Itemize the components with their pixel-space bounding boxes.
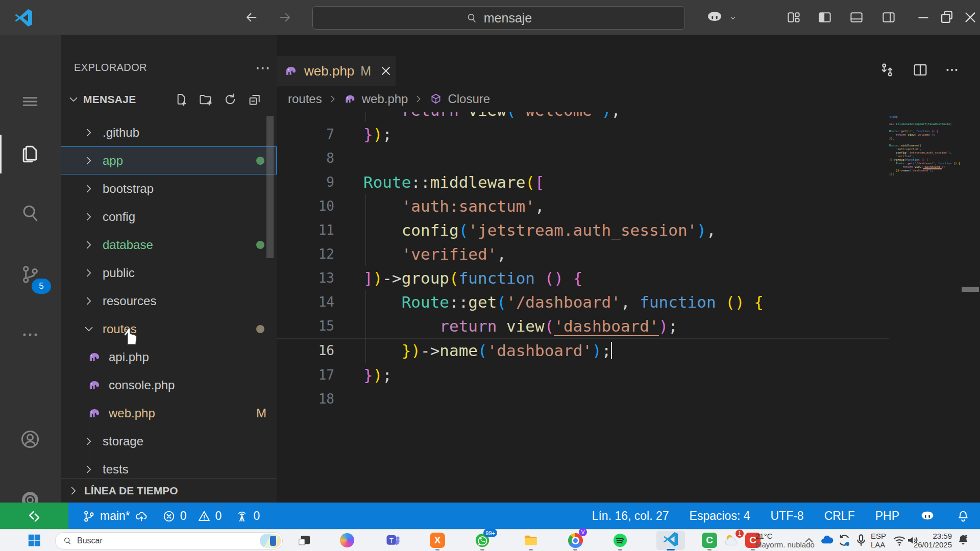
toggle-secondary-sidebar-icon[interactable] bbox=[881, 10, 896, 25]
start-button[interactable] bbox=[26, 532, 43, 549]
problems-status[interactable]: 0 0 bbox=[162, 509, 222, 523]
sidebar-item-console-php[interactable]: console.php bbox=[61, 371, 277, 399]
sidebar-item-public[interactable]: public bbox=[61, 259, 277, 287]
open-changes-icon[interactable] bbox=[878, 61, 896, 79]
nav-back-icon[interactable] bbox=[243, 9, 259, 26]
taskbar-search-placeholder: Buscar bbox=[77, 536, 103, 545]
keyboard-lang-top[interactable]: ESP bbox=[871, 532, 886, 540]
window-close-icon[interactable] bbox=[959, 9, 980, 26]
sidebar-item--github[interactable]: .github bbox=[61, 118, 277, 146]
window-minimize-icon[interactable] bbox=[912, 9, 935, 26]
breadcrumb-symbol[interactable]: Closure bbox=[448, 92, 490, 106]
item-label: console.php bbox=[109, 378, 175, 392]
sidebar-item-app[interactable]: app bbox=[61, 146, 277, 174]
notifications-bell-icon[interactable] bbox=[955, 509, 971, 524]
status-bar: main* 0 0 0 Lín. 16, col. 27 Espacios: 4… bbox=[0, 503, 980, 530]
sidebar-item-database[interactable]: database bbox=[61, 231, 277, 259]
menu-icon[interactable] bbox=[16, 87, 44, 116]
code-editor[interactable]: return view('welcome'); 7});89Route::mid… bbox=[277, 112, 889, 503]
running-indicator bbox=[751, 549, 755, 550]
tab-web-php[interactable]: web.php M bbox=[277, 56, 396, 86]
chevron-right-icon bbox=[82, 182, 95, 195]
mouse-cursor-hand bbox=[121, 326, 138, 346]
clock-time[interactable]: 23:59 bbox=[921, 532, 952, 540]
task-view-icon[interactable] bbox=[296, 532, 313, 549]
sidebar-item-config[interactable]: config bbox=[61, 203, 277, 231]
branch-status[interactable]: main* bbox=[82, 509, 149, 523]
sidebar-item-api-php[interactable]: api.php bbox=[61, 343, 277, 371]
teams-icon[interactable]: T bbox=[384, 532, 402, 549]
do-not-disturb-bell-icon[interactable]: z bbox=[955, 532, 971, 549]
project-section-header[interactable]: MENSAJE bbox=[61, 89, 277, 110]
toggle-panel-icon[interactable] bbox=[849, 10, 864, 25]
ports-status[interactable]: 0 bbox=[235, 509, 260, 523]
account-icon[interactable] bbox=[16, 425, 44, 454]
new-folder-icon[interactable] bbox=[198, 92, 213, 107]
chevron-down-icon[interactable] bbox=[728, 13, 738, 22]
explorer-icon[interactable] bbox=[16, 139, 44, 167]
breadcrumb-file[interactable]: web.php bbox=[362, 92, 408, 106]
search-view-icon[interactable] bbox=[16, 198, 44, 227]
copilot-icon[interactable] bbox=[705, 9, 724, 26]
clock-date[interactable]: 26/01/2025 bbox=[911, 540, 952, 549]
language-status[interactable]: PHP bbox=[875, 509, 899, 523]
onedrive-icon[interactable] bbox=[819, 532, 836, 549]
split-editor-icon[interactable] bbox=[912, 61, 929, 79]
sidebar-item-web-php[interactable]: web.phpM bbox=[61, 399, 277, 427]
remote-indicator[interactable] bbox=[0, 503, 68, 530]
tab-close-icon[interactable] bbox=[378, 63, 394, 79]
file-explorer-icon[interactable] bbox=[522, 532, 540, 549]
breadcrumb-routes[interactable]: routes bbox=[288, 92, 322, 106]
code-line-17: 17}); bbox=[277, 363, 889, 387]
publish-cloud-icon bbox=[134, 509, 149, 523]
temperature-label[interactable]: 21°C bbox=[755, 532, 773, 540]
text-cursor bbox=[611, 342, 612, 359]
green-c-app-icon[interactable]: C bbox=[701, 532, 718, 549]
copilot-status-icon[interactable] bbox=[920, 509, 935, 524]
weather-icon[interactable]: 1 bbox=[721, 532, 742, 549]
line-col-status[interactable]: Lín. 16, col. 27 bbox=[592, 509, 669, 523]
command-center-search[interactable]: mensaje bbox=[312, 6, 685, 30]
collapse-all-icon[interactable] bbox=[247, 92, 262, 107]
nav-forward-icon[interactable] bbox=[277, 9, 293, 26]
chevron-right-icon bbox=[82, 238, 95, 252]
whatsapp-icon[interactable]: 99+ bbox=[474, 532, 491, 549]
sidebar-item-storage[interactable]: storage bbox=[61, 427, 277, 455]
sidebar-item-resources[interactable]: resources bbox=[61, 287, 277, 315]
copilot-taskbar-icon[interactable] bbox=[338, 532, 356, 549]
taskbar-search[interactable]: Buscar bbox=[55, 532, 283, 549]
item-label: tests bbox=[103, 462, 129, 477]
breadcrumb[interactable]: routes web.php Closure bbox=[288, 86, 490, 112]
xampp-icon[interactable]: X bbox=[429, 532, 446, 549]
more-views-icon[interactable] bbox=[16, 320, 44, 349]
toggle-sidebar-icon[interactable] bbox=[817, 10, 832, 25]
chevron-down-icon bbox=[82, 322, 95, 336]
keyboard-lang-bottom[interactable]: LAA bbox=[871, 540, 885, 549]
encoding-status[interactable]: UTF-8 bbox=[770, 509, 803, 523]
vscode-taskbar-active[interactable] bbox=[656, 531, 685, 550]
chrome-icon[interactable]: V bbox=[567, 532, 584, 549]
new-file-icon[interactable] bbox=[174, 92, 189, 107]
timeline-section[interactable]: LÍNEA DE TIEMPO bbox=[61, 478, 277, 503]
svg-text:z: z bbox=[965, 534, 968, 539]
customize-layout-icon[interactable] bbox=[786, 10, 801, 25]
editor-more-icon[interactable] bbox=[943, 61, 961, 79]
minimap[interactable]: <?php use Illuminate\Support\Facades\Rou… bbox=[889, 115, 961, 503]
code-line-11: 11 config('jetstream.auth_session'), bbox=[277, 218, 889, 242]
sidebar-scrollbar[interactable] bbox=[266, 116, 274, 258]
spotify-icon[interactable] bbox=[611, 532, 629, 549]
sidebar-item-bootstrap[interactable]: bootstrap bbox=[61, 174, 277, 203]
running-indicator-active bbox=[667, 549, 675, 550]
indent-status[interactable]: Espacios: 4 bbox=[690, 509, 750, 523]
item-label: storage bbox=[103, 434, 143, 448]
tray-chevron-up-icon[interactable] bbox=[802, 532, 816, 549]
chevron-right-icon bbox=[327, 93, 338, 105]
window-restore-icon[interactable] bbox=[935, 9, 959, 26]
refresh-icon[interactable] bbox=[223, 92, 238, 107]
sync-icon[interactable] bbox=[836, 532, 853, 549]
microphone-icon[interactable] bbox=[852, 532, 870, 549]
search-icon bbox=[63, 536, 72, 545]
explorer-more-icon[interactable]: ⋯ bbox=[254, 59, 272, 76]
sidebar-item-routes[interactable]: routes bbox=[61, 315, 277, 343]
eol-status[interactable]: CRLF bbox=[824, 509, 855, 523]
